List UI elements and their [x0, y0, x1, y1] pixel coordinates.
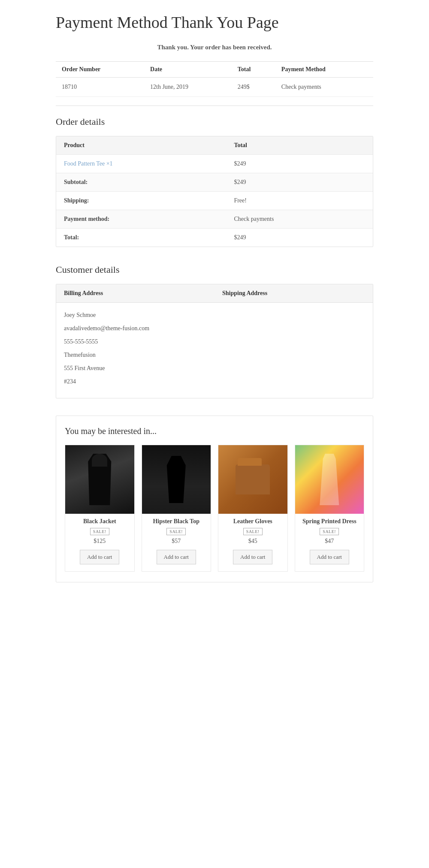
- shipping-address-header: Shipping Address: [214, 284, 373, 302]
- product-name-cell: Food Pattern Tee ×1: [56, 155, 226, 173]
- customer-details-heading: Customer details: [56, 264, 373, 275]
- add-to-cart-button[interactable]: Add to cart: [233, 550, 272, 564]
- total-value: $249: [226, 229, 373, 247]
- billing-phone: 555-555-5555: [64, 337, 207, 346]
- sale-badge: SALE!: [166, 528, 186, 535]
- order-total: 249$: [232, 78, 275, 97]
- interested-section: You may be interested in... Black Jacket…: [56, 416, 373, 582]
- product-card: Spring Printed Dress SALE! $47 Add to ca…: [295, 445, 365, 572]
- product-figure: [295, 445, 364, 514]
- sale-badge: SALE!: [90, 528, 109, 535]
- product-figure: [142, 445, 211, 514]
- product-card: Hipster Black Top SALE! $57 Add to cart: [142, 445, 211, 572]
- page-title: Payment Method Thank You Page: [56, 13, 373, 32]
- order-summary-table: Order Number Date Total Payment Method 1…: [56, 61, 373, 97]
- customer-details-box: Billing Address Shipping Address Joey Sc…: [56, 284, 373, 398]
- product-card: Black Jacket SALE! $125 Add to cart: [65, 445, 135, 572]
- order-payment-method: Check payments: [275, 78, 373, 97]
- add-to-cart-button[interactable]: Add to cart: [157, 550, 196, 564]
- order-details-box: Product Total Food Pattern Tee ×1 $249 S…: [56, 136, 373, 247]
- col-date: Date: [144, 62, 232, 78]
- customer-details-body: Joey Schmoe avadalivedemo@theme-fusion.c…: [56, 303, 373, 398]
- payment-method-row: Payment method: Check payments: [56, 210, 373, 229]
- product-image: [218, 445, 287, 514]
- add-to-cart-button[interactable]: Add to cart: [80, 550, 119, 564]
- add-to-cart-button[interactable]: Add to cart: [310, 550, 349, 564]
- product-card-name: Black Jacket: [65, 518, 134, 525]
- order-details-table: Product Total Food Pattern Tee ×1 $249 S…: [56, 136, 373, 247]
- products-grid: Black Jacket SALE! $125 Add to cart Hips…: [65, 445, 364, 572]
- thank-you-message: Thank you. Your order has been received.: [56, 44, 373, 51]
- total-row: Total: $249: [56, 229, 373, 247]
- order-details-heading: Order details: [56, 116, 373, 127]
- payment-method-value: Check payments: [226, 210, 373, 229]
- details-col-total: Total: [226, 136, 373, 155]
- subtotal-row: Subtotal: $249: [56, 173, 373, 192]
- product-card: Leather Gloves SALE! $45 Add to cart: [218, 445, 288, 572]
- product-card-price: $57: [142, 538, 211, 545]
- total-label: Total:: [56, 229, 226, 247]
- billing-apt: #234: [64, 377, 207, 386]
- col-payment-method: Payment Method: [275, 62, 373, 78]
- subtotal-label: Subtotal:: [56, 173, 226, 192]
- shipping-value: Free!: [226, 192, 373, 210]
- subtotal-value: $249: [226, 173, 373, 192]
- product-card-price: $47: [295, 538, 364, 545]
- shipping-row: Shipping: Free!: [56, 192, 373, 210]
- customer-details-header: Billing Address Shipping Address: [56, 284, 373, 303]
- shipping-label: Shipping:: [56, 192, 226, 210]
- billing-company: Themefusion: [64, 350, 207, 359]
- order-summary-row: 18710 12th June, 2019 249$ Check payment…: [56, 78, 373, 97]
- order-number: 18710: [56, 78, 144, 97]
- col-total: Total: [232, 62, 275, 78]
- product-figure: [218, 445, 287, 514]
- section-divider-1: [56, 105, 373, 106]
- product-link[interactable]: Food Pattern Tee ×1: [64, 160, 113, 167]
- product-card-price: $125: [65, 538, 134, 545]
- sale-badge: SALE!: [243, 528, 263, 535]
- product-total: $249: [226, 155, 373, 173]
- product-figure: [65, 445, 134, 514]
- product-card-name: Spring Printed Dress: [295, 518, 364, 525]
- billing-address-body: Joey Schmoe avadalivedemo@theme-fusion.c…: [56, 303, 214, 398]
- interested-heading: You may be interested in...: [65, 426, 364, 436]
- product-row: Food Pattern Tee ×1 $249: [56, 155, 373, 173]
- sale-badge: SALE!: [320, 528, 339, 535]
- product-image: [295, 445, 364, 514]
- billing-address-header: Billing Address: [56, 284, 214, 302]
- billing-street: 555 First Avenue: [64, 364, 207, 373]
- product-card-price: $45: [218, 538, 287, 545]
- product-image: [65, 445, 134, 514]
- col-order-number: Order Number: [56, 62, 144, 78]
- product-card-name: Hipster Black Top: [142, 518, 211, 525]
- billing-name: Joey Schmoe: [64, 310, 207, 319]
- order-date: 12th June, 2019: [144, 78, 232, 97]
- billing-email: avadalivedemo@theme-fusion.com: [64, 324, 207, 333]
- product-card-name: Leather Gloves: [218, 518, 287, 525]
- product-image: [142, 445, 211, 514]
- details-col-product: Product: [56, 136, 226, 155]
- shipping-address-body: [214, 303, 373, 398]
- product-quantity: ×1: [106, 160, 113, 167]
- product-name: Food Pattern Tee: [64, 160, 105, 167]
- payment-method-label: Payment method:: [56, 210, 226, 229]
